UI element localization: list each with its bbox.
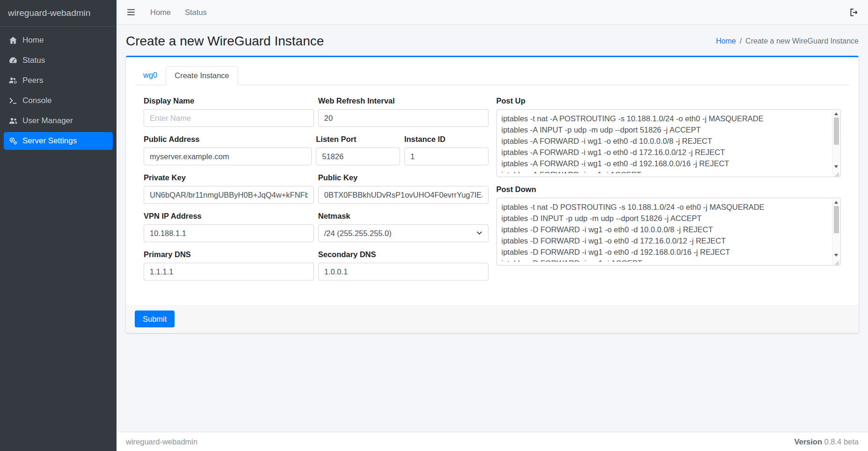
sidebar-brand[interactable]: wireguard-webadmin [0, 0, 117, 27]
scroll-down-icon[interactable] [834, 165, 838, 168]
users-gear-icon [8, 76, 22, 85]
content-area: Create a new WireGuard Instance Home / C… [117, 25, 868, 432]
vpn-ip-label: VPN IP Address [144, 212, 314, 221]
instance-form: Display Name Web Refresh Interval [135, 85, 850, 288]
card-footer: Submit [126, 305, 859, 333]
nav-link-status[interactable]: Status [185, 8, 207, 17]
sidebar-item-label: Home [22, 36, 44, 45]
sidebar-item-user-manager[interactable]: User Manager [4, 112, 113, 130]
scroll-up-icon[interactable] [834, 201, 838, 204]
post-up-textarea[interactable]: iptables -t nat -A POSTROUTING -s 10.188… [496, 109, 841, 177]
netmask-select[interactable]: /24 (255.255.255.0) [318, 224, 489, 242]
sidebar-nav: Home Status Peers Console [0, 27, 117, 150]
vpn-ip-field[interactable] [144, 224, 314, 242]
hamburger-icon[interactable] [126, 7, 136, 17]
scroll-thumb[interactable] [834, 206, 839, 233]
post-down-scrollbar[interactable] [832, 199, 840, 265]
resize-grip-icon[interactable] [834, 170, 839, 176]
display-name-label: Display Name [144, 96, 314, 105]
tab-create-instance[interactable]: Create Instance [166, 66, 238, 85]
listen-port-field[interactable] [316, 148, 400, 165]
content-header: Create a new WireGuard Instance Home / C… [117, 25, 868, 56]
public-key-label: Public Key [318, 173, 489, 182]
post-up-scrollbar[interactable] [832, 110, 840, 176]
post-up-content: iptables -t nat -A POSTROUTING -s 10.188… [502, 113, 828, 173]
secondary-dns-label: Secondary DNS [318, 250, 489, 259]
footer-brand: wireguard-webadmin [126, 437, 197, 446]
scroll-thumb[interactable] [834, 118, 839, 145]
listen-port-label: Listen Port [316, 135, 400, 144]
version-label: Version [794, 437, 822, 446]
public-key-field[interactable] [318, 186, 489, 204]
private-key-field[interactable] [144, 186, 314, 204]
page-footer: wireguard-webadmin Version 0.8.4 beta [117, 432, 868, 451]
submit-button[interactable]: Submit [135, 311, 175, 327]
breadcrumb-home-link[interactable]: Home [716, 37, 736, 45]
app-root: wireguard-webadmin Home Status Peers [0, 0, 868, 451]
tachometer-icon [8, 56, 22, 65]
top-navbar: Home Status [117, 0, 868, 25]
instance-id-field[interactable] [404, 148, 489, 165]
resize-grip-icon[interactable] [834, 259, 839, 264]
scroll-down-icon[interactable] [834, 254, 838, 257]
private-key-label: Private Key [144, 173, 314, 182]
breadcrumb-current: Create a new WireGuard Instance [745, 37, 859, 45]
post-down-textarea[interactable]: iptables -t nat -D POSTROUTING -s 10.188… [496, 198, 841, 266]
netmask-label: Netmask [318, 212, 489, 221]
sidebar-item-label: Console [22, 96, 51, 105]
sidebar-item-label: Status [22, 56, 45, 65]
main-column: Home Status Create a new WireGuard Insta… [117, 0, 868, 451]
breadcrumb-separator: / [740, 37, 742, 45]
footer-version: Version 0.8.4 beta [794, 437, 859, 446]
breadcrumb: Home / Create a new WireGuard Instance [716, 37, 859, 45]
instance-tabs: wg0 Create Instance [135, 66, 850, 85]
primary-dns-label: Primary DNS [144, 250, 314, 259]
sidebar-item-home[interactable]: Home [4, 31, 113, 49]
display-name-field[interactable] [144, 109, 314, 127]
sidebar-item-label: Server Settings [22, 136, 77, 146]
sidebar-item-server-settings[interactable]: Server Settings [4, 132, 113, 150]
web-refresh-interval-field[interactable] [318, 109, 489, 127]
post-down-label: Post Down [496, 185, 841, 194]
sidebar: wireguard-webadmin Home Status Peers [0, 0, 117, 451]
instance-id-label: Instance ID [404, 135, 489, 144]
sidebar-item-label: User Manager [22, 116, 73, 126]
card-body: wg0 Create Instance Display Name [126, 57, 859, 305]
terminal-icon [8, 96, 22, 105]
netmask-selected-value: /24 (255.255.255.0) [324, 229, 392, 238]
home-icon [8, 36, 22, 45]
version-value: 0.8.4 beta [824, 437, 859, 446]
sidebar-item-label: Peers [22, 76, 43, 85]
web-refresh-interval-label: Web Refresh Interval [318, 96, 489, 105]
cogs-icon [8, 136, 22, 146]
sidebar-item-peers[interactable]: Peers [4, 72, 113, 89]
scroll-up-icon[interactable] [834, 112, 838, 115]
chevron-down-icon [476, 229, 482, 238]
sign-out-icon[interactable] [849, 7, 859, 17]
page-title: Create a new WireGuard Instance [126, 34, 324, 49]
public-address-field[interactable] [144, 148, 312, 165]
post-up-label: Post Up [496, 96, 841, 105]
form-left-pane: Display Name Web Refresh Interval [144, 96, 489, 288]
public-address-label: Public Address [144, 135, 312, 144]
instance-card: wg0 Create Instance Display Name [126, 56, 859, 333]
secondary-dns-field[interactable] [318, 263, 489, 281]
post-down-content: iptables -t nat -D POSTROUTING -s 10.188… [502, 201, 828, 262]
sidebar-item-console[interactable]: Console [4, 92, 113, 110]
nav-link-home[interactable]: Home [150, 8, 171, 17]
primary-dns-field[interactable] [144, 263, 314, 281]
form-right-pane: Post Up iptables -t nat -A POSTROUTING -… [496, 96, 841, 288]
users-icon [8, 116, 22, 126]
tab-wg0[interactable]: wg0 [135, 66, 166, 85]
sidebar-item-status[interactable]: Status [4, 52, 113, 69]
